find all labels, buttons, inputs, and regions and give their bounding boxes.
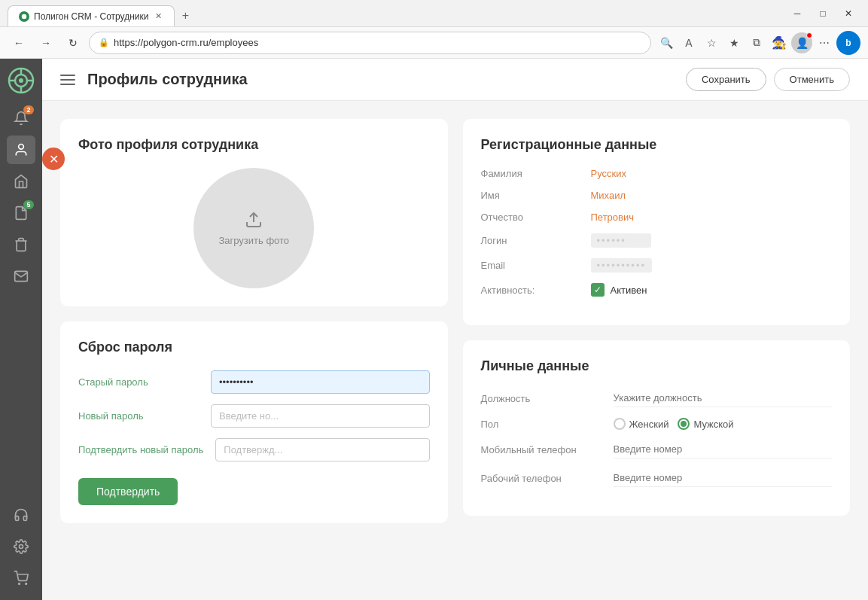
- minimize-button[interactable]: ─: [785, 3, 809, 24]
- svg-point-10: [19, 583, 20, 585]
- page-body: Фото профиля сотрудника Загрузить фото: [42, 101, 868, 541]
- active-checkbox[interactable]: ✓: [591, 283, 605, 297]
- hamburger-menu[interactable]: [60, 75, 75, 85]
- save-button[interactable]: Сохранить: [686, 68, 766, 91]
- lastname-row: Фамилия Русских: [481, 168, 833, 179]
- profile-avatar-icon: 👤: [796, 37, 809, 49]
- lastname-label: Фамилия: [481, 168, 579, 179]
- right-column: Регистрационные данные Фамилия Русских И…: [463, 119, 851, 523]
- photo-card: Фото профиля сотрудника Загрузить фото: [60, 119, 448, 306]
- sidebar-item-notifications[interactable]: 2: [7, 104, 35, 132]
- activity-checkbox-row: ✓ Активен: [591, 283, 647, 297]
- active-tab[interactable]: Полигон CRM - Сотрудники ✕: [8, 5, 175, 26]
- activity-row: Активность: ✓ Активен: [481, 283, 833, 297]
- password-card: Сброс пароля Старый пароль Новый пароль: [60, 321, 448, 523]
- bing-button[interactable]: b: [836, 31, 860, 55]
- position-label: Должность: [481, 393, 602, 404]
- sidebar-item-mail[interactable]: [7, 262, 35, 291]
- new-tab-button[interactable]: +: [175, 5, 196, 26]
- tab-favicon: [19, 11, 29, 22]
- male-radio-dot: [681, 421, 687, 427]
- sidebar-item-support[interactable]: [7, 501, 35, 529]
- sidebar-item-users[interactable]: [7, 136, 35, 164]
- search-toolbar-icon[interactable]: 🔍: [656, 32, 677, 53]
- svg-point-8: [19, 145, 24, 150]
- registration-card-title: Регистрационные данные: [481, 137, 833, 153]
- old-password-label: Старый пароль: [78, 376, 199, 388]
- new-password-label: Новый пароль: [78, 410, 199, 422]
- left-column: Фото профиля сотрудника Загрузить фото: [60, 119, 448, 523]
- female-radio-circle[interactable]: [614, 418, 626, 430]
- favorites-icon[interactable]: ☆: [701, 32, 722, 53]
- more-options-button[interactable]: ⋯: [814, 32, 835, 53]
- sidebar-item-home[interactable]: [7, 167, 35, 196]
- confirm-password-button[interactable]: Подтвердить: [78, 478, 178, 505]
- top-bar-actions: Сохранить Отменить: [686, 68, 850, 91]
- firstname-label: Имя: [481, 190, 579, 201]
- email-value: ••••••••••: [591, 258, 653, 273]
- firstname-value: Михаил: [591, 190, 626, 201]
- maximize-button[interactable]: □: [811, 3, 835, 24]
- personal-card-title: Личные данные: [481, 358, 833, 374]
- new-password-input[interactable]: [211, 404, 430, 428]
- profile-button[interactable]: 👤: [791, 32, 812, 53]
- back-button[interactable]: ←: [8, 32, 30, 54]
- gender-female-option[interactable]: Женский: [614, 418, 669, 430]
- mobile-phone-label: Мобильный телефон: [481, 444, 602, 455]
- sidebar-item-settings[interactable]: [7, 532, 35, 561]
- svg-point-11: [26, 583, 27, 585]
- window-controls: ─ □ ✕: [785, 3, 860, 24]
- new-password-row: Новый пароль: [78, 404, 430, 428]
- mobile-phone-row: Мобильный телефон: [481, 440, 833, 458]
- work-phone-input[interactable]: [614, 469, 833, 487]
- sidebar-bottom: [7, 501, 35, 592]
- top-bar: Профиль сотрудника Сохранить Отменить: [42, 59, 868, 101]
- favorites-bar-icon[interactable]: ★: [723, 32, 745, 53]
- refresh-button[interactable]: ↻: [62, 32, 84, 54]
- middlename-value: Петрович: [591, 212, 635, 223]
- firstname-row: Имя Михаил: [481, 190, 833, 201]
- lock-icon: 🔒: [99, 38, 109, 47]
- position-input[interactable]: [614, 389, 833, 407]
- cancel-button[interactable]: Отменить: [774, 68, 850, 91]
- confirm-password-input[interactable]: [215, 438, 429, 461]
- profile-notification-dot: [806, 32, 812, 38]
- tab-close-button[interactable]: ✕: [153, 11, 163, 22]
- activity-label: Активность:: [481, 285, 579, 296]
- read-mode-icon[interactable]: A: [678, 32, 699, 53]
- password-form: Старый пароль Новый пароль Подтвердить н…: [78, 370, 430, 505]
- collections-icon[interactable]: ⧉: [746, 32, 767, 53]
- gender-label: Пол: [481, 419, 602, 430]
- photo-card-title: Фото профиля сотрудника: [78, 137, 430, 153]
- photo-upload-button[interactable]: Загрузить фото: [193, 168, 314, 288]
- male-radio-circle[interactable]: [678, 418, 690, 430]
- sidebar-item-cart[interactable]: [7, 564, 35, 592]
- gender-male-option[interactable]: Мужской: [678, 418, 733, 430]
- main-layout: 2 5: [0, 59, 868, 600]
- forward-button[interactable]: →: [35, 32, 57, 54]
- sidebar-logo[interactable]: [7, 66, 35, 95]
- male-label: Мужской: [693, 419, 733, 430]
- upload-label: Загрузить фото: [218, 235, 289, 246]
- extensions-icon[interactable]: 🧙: [769, 32, 790, 53]
- content-area: Профиль сотрудника Сохранить Отменить Фо…: [42, 59, 868, 600]
- sidebar-item-trash[interactable]: [7, 230, 35, 259]
- address-bar: ← → ↻ 🔒 https://polygon-crm.ru/employees…: [0, 27, 868, 59]
- gender-radio-group: Женский Мужской: [614, 418, 734, 430]
- old-password-input[interactable]: [211, 370, 430, 394]
- sidebar: 2 5: [0, 59, 42, 600]
- sidebar-item-documents[interactable]: 5: [7, 199, 35, 227]
- login-row: Логин ••••••: [481, 233, 833, 248]
- photo-upload-area: Загрузить фото: [78, 168, 430, 288]
- mobile-phone-input[interactable]: [614, 440, 833, 458]
- notifications-badge: 2: [23, 105, 34, 114]
- close-overlay-button[interactable]: ✕: [42, 148, 65, 170]
- female-label: Женский: [629, 419, 669, 430]
- close-window-button[interactable]: ✕: [836, 3, 860, 24]
- confirm-password-row: Подтвердить новый пароль: [78, 438, 430, 461]
- svg-point-3: [19, 78, 23, 83]
- documents-badge: 5: [23, 200, 34, 209]
- old-password-row: Старый пароль: [78, 370, 430, 394]
- url-bar[interactable]: 🔒 https://polygon-crm.ru/employees: [89, 32, 651, 54]
- svg-point-9: [20, 545, 23, 549]
